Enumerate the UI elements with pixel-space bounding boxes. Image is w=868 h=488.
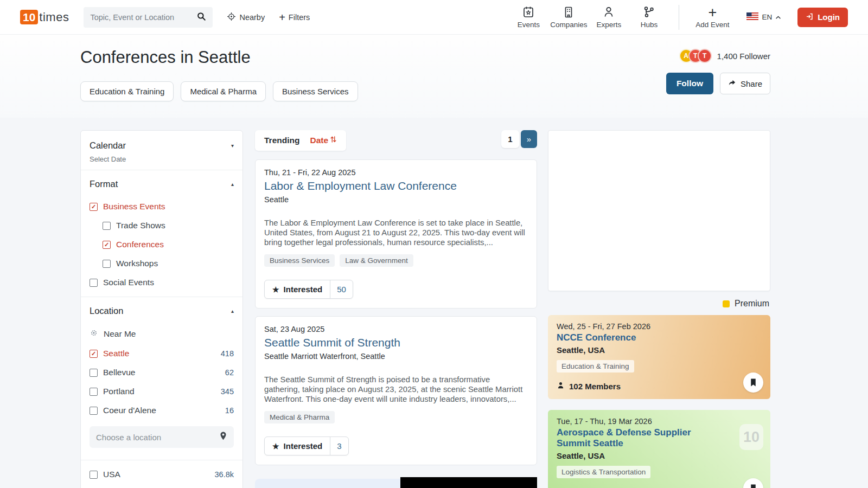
filter-conferences[interactable]: Conferences [103, 240, 234, 249]
choose-location-box[interactable] [90, 426, 234, 448]
calendar-section-header[interactable]: Calendar [90, 137, 234, 154]
search-input[interactable] [90, 13, 196, 22]
follow-button[interactable]: Follow [666, 73, 713, 94]
building-icon [562, 5, 575, 18]
near-me-label[interactable]: Near Me [104, 329, 136, 339]
event-tag[interactable]: Logistics & Transportation [557, 466, 650, 478]
choose-location-input[interactable] [96, 433, 219, 442]
nearby-button[interactable]: Nearby [227, 12, 265, 23]
chevron-up-icon[interactable] [231, 308, 234, 314]
top-navbar: 10 times Nearby + Filters Events Compani… [0, 0, 868, 35]
premium-square-icon [723, 300, 730, 307]
search-box[interactable] [84, 7, 213, 28]
chevron-down-icon[interactable] [231, 143, 234, 149]
near-me-button[interactable]: Near Me [90, 329, 234, 339]
person-icon [602, 5, 615, 18]
filter-label[interactable]: Portland [103, 387, 135, 396]
chevron-up-icon [775, 13, 781, 21]
filter-label[interactable]: Social Events [103, 278, 154, 287]
interested-count: 50 [330, 280, 353, 298]
filter-label[interactable]: Coeur d'Alene [103, 406, 156, 415]
search-icon[interactable] [196, 11, 206, 23]
filter-portland[interactable]: Portland 345 [90, 387, 234, 396]
interested-button[interactable]: Interested 3 [264, 436, 349, 455]
filter-label[interactable]: Conferences [116, 240, 164, 249]
bookmark-button[interactable] [743, 373, 763, 393]
event-tag[interactable]: Business Services [264, 254, 335, 267]
filter-usa[interactable]: USA 36.8k [90, 470, 234, 479]
event-date: Thu, 21 - Fri, 22 Aug 2025 [264, 168, 528, 177]
filter-workshops[interactable]: Workshops [103, 259, 234, 268]
filters-button[interactable]: + Filters [279, 12, 310, 23]
add-event-button[interactable]: + Add Event [692, 5, 732, 29]
chip-business-services[interactable]: Business Services [273, 81, 358, 101]
chevron-up-icon[interactable] [231, 181, 234, 187]
nav-item-experts[interactable]: Experts [591, 5, 627, 29]
event-card: Thu, 21 - Fri, 22 Aug 2025 Labor & Emplo… [255, 159, 537, 309]
filter-bellevue[interactable]: Bellevue 62 [90, 368, 234, 377]
login-button[interactable]: Login [797, 8, 848, 27]
page-number[interactable]: 1 [501, 130, 519, 148]
event-title-link[interactable]: NCCE Conference [557, 332, 714, 343]
interested-label: Interested [284, 441, 323, 451]
chip-medical-pharma[interactable]: Medical & Pharma [181, 81, 266, 101]
filter-label[interactable]: USA [103, 470, 120, 479]
ad-placeholder [548, 130, 770, 291]
format-section-header[interactable]: Format [90, 176, 234, 192]
checkbox-icon[interactable] [103, 260, 111, 268]
select-date-link[interactable]: Select Date [90, 155, 234, 163]
tab-date-sort[interactable]: Date [310, 136, 337, 145]
bookmark-button[interactable] [743, 478, 763, 488]
checkbox-icon[interactable] [103, 222, 111, 230]
chip-education-training[interactable]: Education & Training [80, 81, 174, 101]
event-title-link[interactable]: Aerospace & Defense Supplier Summit Seat… [557, 427, 714, 449]
tab-trending[interactable]: Trending [264, 136, 299, 145]
plus-icon: + [709, 5, 717, 18]
filter-social-events[interactable]: Social Events [90, 278, 234, 287]
event-tag[interactable]: Education & Training [557, 360, 634, 373]
filter-label[interactable]: Trade Shows [116, 221, 165, 230]
event-title-link[interactable]: Seattle Summit of Strength [264, 336, 528, 349]
filter-business-events[interactable]: Business Events [90, 202, 234, 211]
interested-button[interactable]: Interested 50 [264, 280, 353, 299]
calendar-star-icon [522, 5, 535, 18]
tab-date-label: Date [310, 136, 328, 145]
nav-item-companies[interactable]: Companies [551, 5, 586, 29]
us-flag-icon [746, 12, 758, 22]
avatar: T [698, 49, 712, 63]
location-section-header[interactable]: Location [90, 303, 234, 319]
filter-label[interactable]: Bellevue [103, 368, 135, 377]
checkbox-checked-icon[interactable] [103, 241, 111, 249]
filter-coeur-dalene[interactable]: Coeur d'Alene 16 [90, 406, 234, 415]
member-count: 102 Members [569, 382, 621, 391]
filter-seattle[interactable]: Seattle 418 [90, 349, 234, 358]
filter-label[interactable]: Seattle [103, 349, 129, 358]
filter-label[interactable]: Business Events [103, 202, 165, 211]
nav-item-events[interactable]: Events [510, 5, 546, 29]
filter-trade-shows[interactable]: Trade Shows [103, 221, 234, 230]
event-tag[interactable]: Law & Government [340, 254, 413, 267]
share-button[interactable]: Share [720, 73, 770, 94]
nav-item-hubs[interactable]: Hubs [631, 5, 667, 29]
featured-ad-image[interactable] [400, 477, 537, 488]
next-page-button[interactable]: » [521, 130, 537, 148]
checkbox-icon[interactable] [90, 369, 98, 377]
event-list-column: Trending Date 1 » Thu, 21 - Fri, 22 Aug … [255, 130, 537, 488]
event-date: Tue, 17 - Thu, 19 Mar 2026 [557, 417, 762, 426]
checkbox-icon[interactable] [90, 388, 98, 396]
checkbox-checked-icon[interactable] [90, 350, 98, 358]
checkbox-icon[interactable] [90, 407, 98, 415]
language-selector[interactable]: EN [746, 12, 781, 22]
10times-logo[interactable]: 10 times [20, 10, 69, 24]
checkbox-checked-icon[interactable] [90, 203, 98, 211]
event-title-link[interactable]: Labor & Employment Law Conference [264, 179, 528, 192]
plus-icon: + [279, 12, 285, 23]
filter-label[interactable]: Workshops [116, 259, 158, 268]
premium-legend: Premium [548, 299, 769, 309]
checkbox-icon[interactable] [90, 279, 98, 287]
nearby-label: Nearby [239, 13, 265, 22]
category-chips: Education & Training Medical & Pharma Bu… [80, 81, 358, 101]
checkbox-icon[interactable] [90, 471, 98, 479]
event-location: Seattle, USA [557, 345, 762, 355]
event-tag[interactable]: Medical & Pharma [264, 411, 335, 423]
